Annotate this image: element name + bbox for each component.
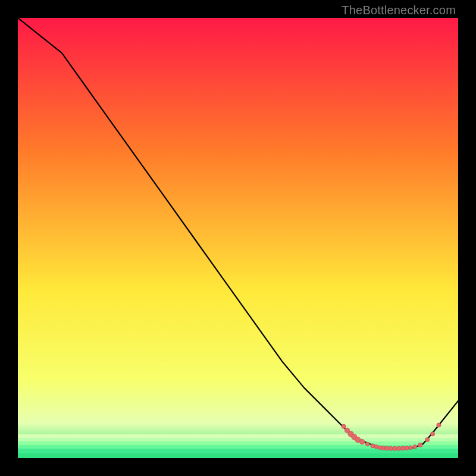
data-marker [359,439,365,444]
svg-rect-2 [18,441,458,445]
data-marker [413,444,417,449]
data-marker [409,446,413,450]
chart-stage: TheBottlenecker.com [0,0,476,476]
bottom-green-bands [18,434,458,458]
data-marker [425,437,430,441]
bottleneck-chart [18,18,458,458]
data-marker [437,423,441,427]
data-marker [374,444,378,449]
data-marker [342,424,346,428]
svg-rect-5 [18,453,458,458]
data-marker [418,443,422,447]
data-marker [400,446,405,450]
watermark-text: TheBottlenecker.com [342,4,456,17]
data-marker [405,446,409,450]
data-marker [389,446,393,450]
data-marker [384,446,389,450]
data-marker [396,446,400,450]
svg-rect-1 [18,438,458,441]
svg-rect-0 [18,434,458,438]
data-marker [365,442,369,446]
data-marker [430,432,434,436]
data-marker [393,446,397,450]
